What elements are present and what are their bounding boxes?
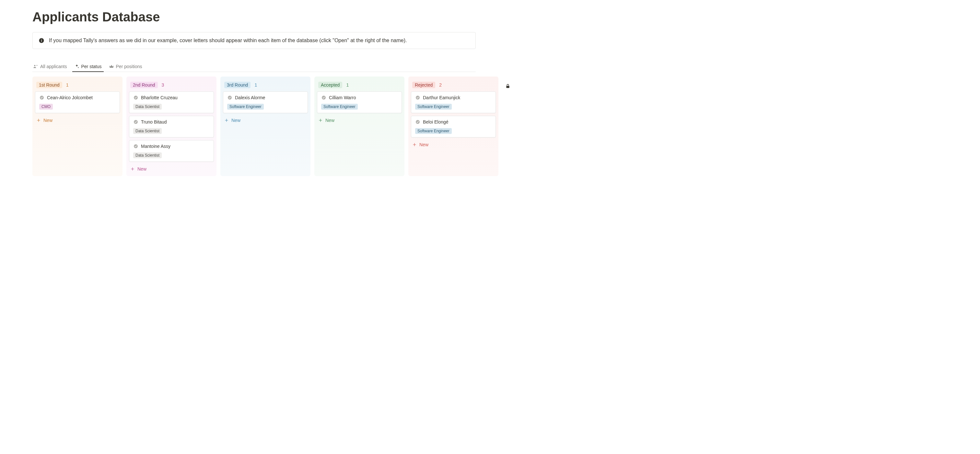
column-count: 1 [346,82,349,88]
column-count: 2 [439,82,442,88]
column-accepted: Accepted1Cilliam WarroSoftware EngineerN… [314,76,404,176]
applicant-card[interactable]: Mantoine AssyData Scientist [129,140,214,162]
column-header: 3rd Round1 [223,79,308,91]
svg-rect-12 [506,86,509,88]
plus-icon [130,167,135,171]
check-circle-icon [133,119,138,124]
svg-point-9 [322,96,326,100]
svg-point-10 [416,96,420,100]
new-card-button[interactable]: New [129,164,214,174]
info-icon [38,38,45,43]
position-tag: Software Engineer [321,104,358,110]
position-tag: Data Scientist [133,104,162,110]
plus-icon [412,142,417,147]
column-rejected: Rejected2Darthur EamunjickSoftware Engin… [408,76,498,176]
column-header: Accepted1 [317,79,402,91]
svg-point-5 [134,96,138,100]
card-title-row: Cilliam Warro [321,95,398,100]
new-card-button[interactable]: New [411,140,496,149]
svg-point-11 [416,120,420,124]
check-circle-icon [133,143,138,149]
column-round1: 1st Round1Cean-Alrico JolcombetCMONew [32,76,123,176]
svg-point-6 [134,120,138,124]
applicant-name: Darthur Eamunjick [423,95,460,100]
position-tag: CMO [39,104,53,110]
applicant-name: Cean-Alrico Jolcombet [47,95,93,100]
card-title-row: Bharlotte Cruzeau [133,95,210,100]
column-count: 1 [255,82,257,88]
check-circle-icon [133,95,138,100]
tab-all-applicants[interactable]: All applicants [32,62,68,72]
new-card-button[interactable]: New [223,116,308,125]
tab-label: All applicants [40,64,67,69]
callout-text: If you mapped Tally's answers as we did … [49,38,407,43]
applicant-card[interactable]: Cilliam WarroSoftware Engineer [317,91,402,113]
new-label: New [231,118,240,123]
plus-icon [224,118,229,123]
position-tag: Software Engineer [227,104,264,110]
svg-point-8 [228,96,232,100]
column-round2: 2nd Round3Bharlotte CruzeauData Scientis… [126,76,216,176]
check-circle-icon [321,95,326,100]
card-title-row: Truno Bitaud [133,119,210,124]
new-card-button[interactable]: New [317,116,402,125]
column-count: 3 [162,82,164,88]
applicant-card[interactable]: Dalexis AlormeSoftware Engineer [223,91,308,113]
crown-icon [109,64,114,69]
tab-label: Per status [81,64,102,69]
applicant-card[interactable]: Cean-Alrico JolcombetCMO [35,91,120,113]
column-header: 2nd Round3 [129,79,214,91]
card-title-row: Mantoine Assy [133,143,210,149]
applicant-card[interactable]: Truno BitaudData Scientist [129,116,214,137]
column-header: Rejected2 [411,79,496,91]
applicant-name: Bharlotte Cruzeau [141,95,178,100]
tab-label: Per positions [116,64,142,69]
position-tag: Software Engineer [415,104,452,110]
applicant-name: Cilliam Warro [329,95,356,100]
card-title-row: Beloi Elongé [415,119,492,124]
status-pill[interactable]: Accepted [318,82,342,88]
plus-icon [318,118,323,123]
applicant-card[interactable]: Bharlotte CruzeauData Scientist [129,91,214,113]
status-pill[interactable]: Rejected [412,82,435,88]
svg-point-4 [40,96,44,100]
card-title-row: Cean-Alrico Jolcombet [39,95,116,100]
column-header: 1st Round1 [35,79,120,91]
svg-point-3 [34,65,35,66]
position-tag: Data Scientist [133,153,162,158]
tab-per-status[interactable]: Per status [73,62,102,72]
applicant-card[interactable]: Beloi ElongéSoftware Engineer [411,116,496,137]
applicant-card[interactable]: Darthur EamunjickSoftware Engineer [411,91,496,113]
view-tabs: All applicants Per status Per positions [32,62,476,72]
svg-rect-1 [41,40,42,42]
new-label: New [325,118,334,123]
info-callout: If you mapped Tally's answers as we did … [32,32,476,49]
card-title-row: Darthur Eamunjick [415,95,492,100]
position-tag: Data Scientist [133,128,162,134]
applicant-name: Truno Bitaud [141,119,167,124]
applicant-name: Mantoine Assy [141,143,170,149]
tab-per-positions[interactable]: Per positions [108,62,143,72]
sparkle-icon [74,64,80,69]
new-label: New [137,166,146,172]
page-title: Applicants Database [32,10,980,24]
check-circle-icon [227,95,232,100]
people-icon [33,64,38,69]
kanban-board: 1st Round1Cean-Alrico JolcombetCMONew2nd… [32,76,508,176]
card-title-row: Dalexis Alorme [227,95,304,100]
position-tag: Software Engineer [415,128,452,134]
status-pill[interactable]: 3rd Round [224,82,250,88]
plus-icon [36,118,41,123]
column-count: 1 [66,82,69,88]
status-pill[interactable]: 1st Round [36,82,62,88]
check-circle-icon [415,95,420,100]
applicant-name: Dalexis Alorme [235,95,265,100]
status-pill[interactable]: 2nd Round [130,82,158,88]
svg-rect-2 [41,39,42,40]
new-label: New [419,142,428,147]
check-circle-icon [415,119,420,124]
check-circle-icon [39,95,45,100]
new-card-button[interactable]: New [35,116,120,125]
lock-icon [505,84,511,89]
svg-point-7 [134,144,138,148]
